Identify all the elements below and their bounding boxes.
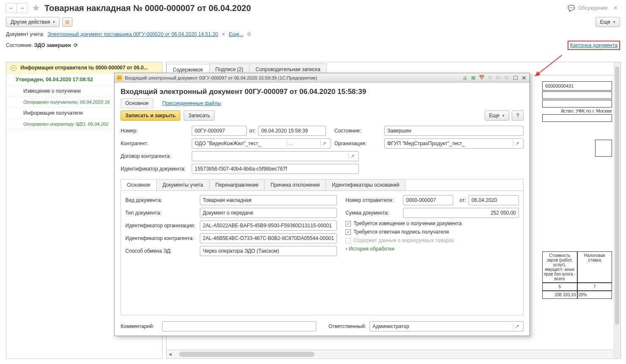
document-card-link[interactable]: Карточка документа bbox=[570, 42, 618, 48]
doc-account-clear-icon[interactable]: × bbox=[222, 31, 225, 37]
favorite-star-icon[interactable]: ★ bbox=[32, 3, 40, 14]
status-label: Состояние: bbox=[6, 42, 33, 48]
close-page-icon[interactable]: × bbox=[611, 4, 620, 12]
structure-button[interactable]: ⊞ bbox=[62, 17, 72, 27]
structure-icon: ⊞ bbox=[65, 19, 69, 25]
doc-account-link[interactable]: Электронный документ поставщика 00ГУ-000… bbox=[47, 31, 218, 37]
page-title: Товарная накладная № 0000-000007 от 06.0… bbox=[44, 3, 251, 13]
doc-account-label: Документ учета: bbox=[6, 31, 44, 37]
other-actions-button[interactable]: Другие действия bbox=[6, 17, 60, 27]
refresh-icon[interactable]: ⟳ bbox=[74, 42, 78, 48]
more-button[interactable]: Еще bbox=[596, 17, 620, 27]
other-actions-label: Другие действия bbox=[11, 19, 50, 25]
nav-back-button[interactable]: ← bbox=[6, 3, 17, 13]
gear-icon[interactable]: ⚙ bbox=[247, 31, 251, 37]
discussion-label[interactable]: Обсуждение bbox=[578, 5, 608, 11]
doc-account-more-link[interactable]: Еще... bbox=[229, 31, 243, 37]
status-value: ЭДО завершен bbox=[34, 42, 71, 48]
discussion-icon[interactable]: 💬 bbox=[568, 5, 575, 11]
nav-forward-button[interactable]: → bbox=[17, 3, 28, 13]
more-label: Еще bbox=[600, 19, 610, 25]
